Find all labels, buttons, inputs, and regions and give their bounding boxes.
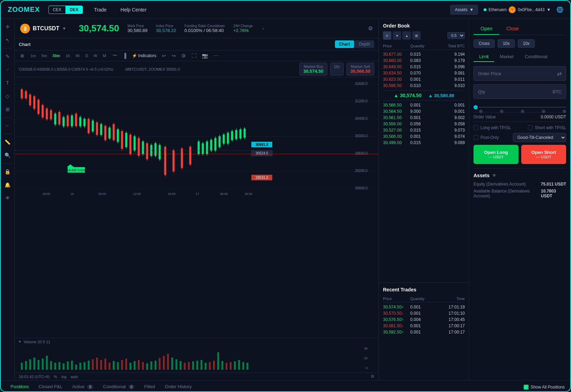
tf-d[interactable]: D <box>83 53 90 58</box>
assets-button[interactable]: Assets ▼ <box>450 5 478 15</box>
ask-row[interactable]: 30,649.000.0159.096 <box>383 64 465 70</box>
active-tab[interactable]: Active 0 <box>68 381 97 392</box>
post-only-item[interactable]: Post-Only <box>474 135 499 140</box>
close-tab[interactable]: Close <box>499 23 526 35</box>
short-tpsl[interactable]: Short with TP/SL <box>528 125 566 130</box>
tf-5m[interactable]: 5m <box>39 53 49 58</box>
tf-1h[interactable]: 1h <box>64 53 72 58</box>
open-short-button[interactable]: Open Short — USDT <box>521 145 566 164</box>
cursor-icon[interactable]: ↖ <box>2 35 13 45</box>
qty-field[interactable]: Qty BTC <box>474 84 566 99</box>
tf-4h[interactable]: 4h <box>73 53 82 58</box>
open-short-sub: — USDT <box>521 155 566 159</box>
post-only-checkbox[interactable] <box>474 135 478 140</box>
tf-m[interactable]: M <box>101 53 108 58</box>
eye-icon[interactable]: 👁 <box>2 193 13 203</box>
fullscreen-icon[interactable]: ⛶ <box>190 52 198 59</box>
bid-row[interactable]: 30,506.000.0019.074 <box>383 133 465 140</box>
positions-tab[interactable]: Positions <box>6 381 33 392</box>
ask-row[interactable]: 30,634.500.0709.081 <box>383 70 465 76</box>
short-tpsl-checkbox[interactable] <box>528 125 533 130</box>
nav-help[interactable]: Help Center <box>118 6 149 14</box>
ob-grouped-icon[interactable]: ⊞ <box>412 31 421 40</box>
globe-icon[interactable]: 🌐 <box>556 6 563 13</box>
bid-row[interactable]: 30,561.500.0019.002 <box>383 115 465 121</box>
bid-row[interactable]: 30,499.000.0159.089 <box>383 140 465 146</box>
draw-icon[interactable]: ⊕ <box>19 52 26 59</box>
tf-w[interactable]: W <box>92 53 99 58</box>
depth-button[interactable]: Depth <box>355 40 374 48</box>
line-icon[interactable]: ⟋ <box>2 64 13 75</box>
conditional-tab[interactable]: Conditional <box>519 52 553 62</box>
chart-button[interactable]: Chart <box>335 40 354 48</box>
tf-30m[interactable]: 30m <box>50 53 62 58</box>
leverage2-button[interactable]: 10x <box>518 39 535 48</box>
bid-row[interactable]: 30,566.500.0010.001 <box>383 102 465 108</box>
chart-type-icon[interactable]: 〜 <box>111 52 119 60</box>
ask-row[interactable]: 30,623.000.0019.011 <box>383 76 465 83</box>
chart-body[interactable]: 31600.0 31200.0 30400.0 30000.0 29600.0 … <box>15 77 378 338</box>
filled-tab[interactable]: Filled <box>140 381 159 392</box>
ask-row[interactable]: 30,677.000.0159.194 <box>383 51 465 57</box>
dex-button[interactable]: DEX <box>65 6 83 14</box>
tf-1m[interactable]: 1m <box>29 53 38 58</box>
gtc-select[interactable]: Good-Till-Canceled Immediate-Or-Cancel F… <box>513 133 566 142</box>
camera-icon[interactable]: 📷 <box>201 52 209 59</box>
leverage1-button[interactable]: 10x <box>498 39 515 48</box>
text-icon[interactable]: T <box>2 78 13 88</box>
settings-chart-icon[interactable]: ⚙ <box>180 52 187 59</box>
bid-row[interactable]: 30,564.509.0009.001 <box>383 108 465 115</box>
chart-settings-icon[interactable]: ⚙ <box>371 374 374 379</box>
crosshair-icon[interactable]: ✛ <box>2 22 13 32</box>
svg-text:28800.0: 28800.0 <box>355 186 368 190</box>
ob-both-icon[interactable]: ≡ <box>383 31 391 40</box>
bid-row[interactable]: 30,556.000.0569.058 <box>383 121 465 127</box>
assets-eye-icon[interactable]: 👁 <box>492 173 496 178</box>
bid-row[interactable]: 30,527.000.0159.073 <box>383 127 465 133</box>
more-icon[interactable]: › <box>263 26 264 31</box>
show-all-checkbox[interactable]: ✓ <box>524 385 529 390</box>
shapes-icon[interactable]: ◇ <box>2 91 13 101</box>
market-sell-box: Market Sell 30,566.50 <box>346 63 374 76</box>
ob-bids-icon[interactable]: ▴ <box>402 31 411 40</box>
ask-row[interactable]: 30,660.000.0839.179 <box>383 57 465 64</box>
zoom-icon[interactable]: 🔍 <box>2 150 13 160</box>
log-label[interactable]: log <box>61 375 67 379</box>
pair-selector[interactable]: ₿ BTCUSDT ▼ <box>20 24 66 33</box>
more-chart-icon[interactable]: ⋯ <box>212 52 220 59</box>
indicators-label[interactable]: ⚡ Indicators <box>131 53 158 59</box>
swap-icon[interactable]: ⇄ <box>557 70 562 77</box>
nav-trade[interactable]: Trade <box>91 6 109 14</box>
redo-icon[interactable]: ↪ <box>170 52 177 59</box>
long-tpsl-checkbox[interactable] <box>474 125 478 130</box>
conditional-tab[interactable]: Conditional 0 <box>99 381 139 392</box>
cex-button[interactable]: CEX <box>49 6 66 14</box>
undo-icon[interactable]: ↩ <box>161 52 167 59</box>
open-long-button[interactable]: Open Long — USDT <box>474 145 518 164</box>
limit-tab[interactable]: Limit <box>474 52 494 62</box>
show-all-positions[interactable]: ✓ Show All Positions <box>524 385 565 390</box>
market-tab[interactable]: Market <box>494 52 519 62</box>
measure-icon[interactable]: ⊞ <box>2 104 13 115</box>
ask-row[interactable]: 30,596.500.0109.010 <box>383 83 465 89</box>
settings-icon[interactable]: ⚙ <box>368 25 373 32</box>
order-history-tab[interactable]: Order History <box>161 381 196 392</box>
candle-type-icon[interactable]: ▐ <box>122 52 128 59</box>
precision-select[interactable]: 0.5 1.0 0.1 <box>447 32 465 39</box>
cross-button[interactable]: Cross <box>474 39 495 48</box>
eth-chevron-icon: ▼ <box>547 7 551 12</box>
auto-label[interactable]: auto <box>71 375 78 379</box>
leverage-slider[interactable] <box>474 105 566 109</box>
alert-icon[interactable]: 🔔 <box>2 180 13 190</box>
volume-dropdown-icon[interactable]: ▾ <box>19 339 21 344</box>
lock-icon[interactable]: 🔒 <box>2 166 13 177</box>
pencil-icon[interactable]: ✎ <box>2 51 13 62</box>
long-tpsl[interactable]: Long with TP/SL <box>474 125 511 130</box>
open-tab[interactable]: Open <box>474 23 499 35</box>
closed-pnl-tab[interactable]: Closed P&L <box>34 381 67 392</box>
gtc-dropdown[interactable]: Good-Till-Canceled Immediate-Or-Cancel F… <box>513 133 566 142</box>
back-icon[interactable]: ← <box>2 120 13 131</box>
ob-asks-icon[interactable]: ▾ <box>393 31 401 40</box>
order-price-field[interactable]: Order Price ⇄ <box>474 66 566 81</box>
ruler-icon[interactable]: 📏 <box>2 137 13 147</box>
